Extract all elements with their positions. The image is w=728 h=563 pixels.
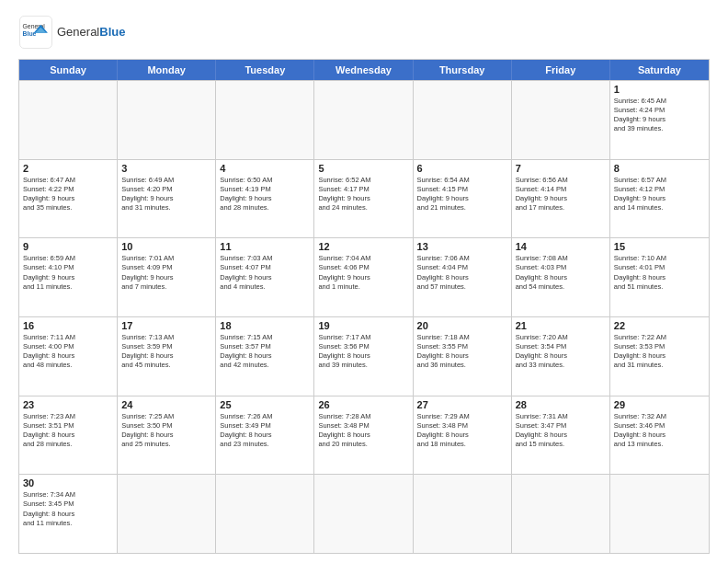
calendar-cell: 30Sunrise: 7:34 AM Sunset: 3:45 PM Dayli… xyxy=(19,475,118,553)
day-number: 2 xyxy=(23,163,113,174)
calendar-cell xyxy=(118,475,216,553)
calendar-cell: 21Sunrise: 7:20 AM Sunset: 3:54 PM Dayli… xyxy=(512,317,610,396)
day-info: Sunrise: 7:26 AM Sunset: 3:49 PM Dayligh… xyxy=(220,412,310,450)
calendar-cell: 28Sunrise: 7:31 AM Sunset: 3:47 PM Dayli… xyxy=(512,396,610,475)
calendar-row-1: 2Sunrise: 6:47 AM Sunset: 4:22 PM Daylig… xyxy=(19,159,709,238)
day-number: 17 xyxy=(121,320,211,331)
calendar-cell xyxy=(610,475,709,553)
day-info: Sunrise: 7:15 AM Sunset: 3:57 PM Dayligh… xyxy=(220,333,310,371)
day-info: Sunrise: 7:13 AM Sunset: 3:59 PM Dayligh… xyxy=(121,333,211,371)
day-info: Sunrise: 6:47 AM Sunset: 4:22 PM Dayligh… xyxy=(23,176,113,213)
day-number: 6 xyxy=(417,163,507,174)
day-number: 26 xyxy=(318,399,408,410)
day-info: Sunrise: 7:04 AM Sunset: 4:06 PM Dayligh… xyxy=(318,254,408,292)
day-number: 25 xyxy=(220,399,310,410)
calendar-cell xyxy=(512,475,610,553)
day-number: 30 xyxy=(23,477,113,488)
logo-blue: Blue xyxy=(99,25,125,39)
calendar-cell: 19Sunrise: 7:17 AM Sunset: 3:56 PM Dayli… xyxy=(314,317,413,396)
weekday-header-thursday: Thursday xyxy=(414,60,512,80)
day-number: 28 xyxy=(516,399,606,410)
weekday-header-wednesday: Wednesday xyxy=(314,60,413,80)
calendar-cell: 3Sunrise: 6:49 AM Sunset: 4:20 PM Daylig… xyxy=(118,160,216,238)
day-info: Sunrise: 7:25 AM Sunset: 3:50 PM Dayligh… xyxy=(121,412,211,450)
calendar-cell: 1Sunrise: 6:45 AM Sunset: 4:24 PM Daylig… xyxy=(610,81,709,159)
day-number: 15 xyxy=(614,241,705,252)
day-info: Sunrise: 7:23 AM Sunset: 3:51 PM Dayligh… xyxy=(23,412,113,450)
calendar-cell: 24Sunrise: 7:25 AM Sunset: 3:50 PM Dayli… xyxy=(118,396,216,475)
day-info: Sunrise: 7:18 AM Sunset: 3:55 PM Dayligh… xyxy=(417,333,507,371)
calendar-cell: 7Sunrise: 6:56 AM Sunset: 4:14 PM Daylig… xyxy=(512,160,610,238)
day-number: 14 xyxy=(516,241,606,252)
calendar-cell: 11Sunrise: 7:03 AM Sunset: 4:07 PM Dayli… xyxy=(216,238,314,316)
weekday-header-monday: Monday xyxy=(118,60,216,80)
calendar-header: SundayMondayTuesdayWednesdayThursdayFrid… xyxy=(19,60,709,80)
calendar-cell: 20Sunrise: 7:18 AM Sunset: 3:55 PM Dayli… xyxy=(414,317,512,396)
calendar-cell: 4Sunrise: 6:50 AM Sunset: 4:19 PM Daylig… xyxy=(216,160,314,238)
day-info: Sunrise: 6:49 AM Sunset: 4:20 PM Dayligh… xyxy=(121,176,211,213)
day-number: 27 xyxy=(417,399,507,410)
calendar-cell: 17Sunrise: 7:13 AM Sunset: 3:59 PM Dayli… xyxy=(118,317,216,396)
day-info: Sunrise: 7:03 AM Sunset: 4:07 PM Dayligh… xyxy=(220,254,310,292)
calendar-cell: 15Sunrise: 7:10 AM Sunset: 4:01 PM Dayli… xyxy=(610,238,709,316)
calendar-cell: 26Sunrise: 7:28 AM Sunset: 3:48 PM Dayli… xyxy=(314,396,413,475)
calendar-cell xyxy=(216,475,314,553)
calendar-cell: 12Sunrise: 7:04 AM Sunset: 4:06 PM Dayli… xyxy=(314,238,413,316)
day-info: Sunrise: 7:31 AM Sunset: 3:47 PM Dayligh… xyxy=(516,412,606,450)
calendar-cell xyxy=(118,81,216,159)
calendar-cell: 16Sunrise: 7:11 AM Sunset: 4:00 PM Dayli… xyxy=(19,317,118,396)
calendar-body: 1Sunrise: 6:45 AM Sunset: 4:24 PM Daylig… xyxy=(19,80,709,553)
calendar-cell: 8Sunrise: 6:57 AM Sunset: 4:12 PM Daylig… xyxy=(610,160,709,238)
day-info: Sunrise: 6:59 AM Sunset: 4:10 PM Dayligh… xyxy=(23,254,113,292)
calendar-cell: 6Sunrise: 6:54 AM Sunset: 4:15 PM Daylig… xyxy=(414,160,512,238)
day-number: 1 xyxy=(614,84,705,95)
generalblue-logo-icon: General Blue xyxy=(18,15,53,50)
weekday-header-sunday: Sunday xyxy=(19,60,118,80)
day-info: Sunrise: 6:54 AM Sunset: 4:15 PM Dayligh… xyxy=(417,176,507,213)
day-info: Sunrise: 7:22 AM Sunset: 3:53 PM Dayligh… xyxy=(614,333,705,371)
calendar-cell: 22Sunrise: 7:22 AM Sunset: 3:53 PM Dayli… xyxy=(610,317,709,396)
day-number: 22 xyxy=(614,320,705,331)
calendar-cell xyxy=(314,475,413,553)
calendar-cell: 18Sunrise: 7:15 AM Sunset: 3:57 PM Dayli… xyxy=(216,317,314,396)
day-info: Sunrise: 7:17 AM Sunset: 3:56 PM Dayligh… xyxy=(318,333,408,371)
day-info: Sunrise: 7:28 AM Sunset: 3:48 PM Dayligh… xyxy=(318,412,408,450)
day-info: Sunrise: 6:45 AM Sunset: 4:24 PM Dayligh… xyxy=(614,97,705,134)
day-number: 8 xyxy=(614,163,705,174)
calendar-cell: 14Sunrise: 7:08 AM Sunset: 4:03 PM Dayli… xyxy=(512,238,610,316)
day-number: 9 xyxy=(23,241,113,252)
day-number: 11 xyxy=(220,241,310,252)
day-number: 5 xyxy=(318,163,408,174)
weekday-header-tuesday: Tuesday xyxy=(216,60,314,80)
calendar-cell: 10Sunrise: 7:01 AM Sunset: 4:09 PM Dayli… xyxy=(118,238,216,316)
day-info: Sunrise: 7:08 AM Sunset: 4:03 PM Dayligh… xyxy=(516,254,606,292)
day-number: 7 xyxy=(516,163,606,174)
day-number: 13 xyxy=(417,241,507,252)
calendar-row-3: 16Sunrise: 7:11 AM Sunset: 4:00 PM Dayli… xyxy=(19,316,709,396)
calendar-cell xyxy=(19,81,118,159)
calendar-cell: 29Sunrise: 7:32 AM Sunset: 3:46 PM Dayli… xyxy=(610,396,709,475)
day-info: Sunrise: 7:20 AM Sunset: 3:54 PM Dayligh… xyxy=(516,333,606,371)
day-info: Sunrise: 7:29 AM Sunset: 3:48 PM Dayligh… xyxy=(417,412,507,450)
day-number: 29 xyxy=(614,399,705,410)
logo-general: General xyxy=(57,25,99,39)
weekday-header-saturday: Saturday xyxy=(610,60,709,80)
calendar-cell: 25Sunrise: 7:26 AM Sunset: 3:49 PM Dayli… xyxy=(216,396,314,475)
calendar-row-5: 30Sunrise: 7:34 AM Sunset: 3:45 PM Dayli… xyxy=(19,474,709,553)
calendar-cell xyxy=(414,475,512,553)
calendar-page: General Blue GeneralBlue SundayMondayTue… xyxy=(0,0,728,563)
calendar-cell xyxy=(512,81,610,159)
day-number: 21 xyxy=(516,320,606,331)
day-info: Sunrise: 7:01 AM Sunset: 4:09 PM Dayligh… xyxy=(121,254,211,292)
day-number: 4 xyxy=(220,163,310,174)
calendar-row-0: 1Sunrise: 6:45 AM Sunset: 4:24 PM Daylig… xyxy=(19,80,709,159)
day-number: 23 xyxy=(23,399,113,410)
day-info: Sunrise: 7:06 AM Sunset: 4:04 PM Dayligh… xyxy=(417,254,507,292)
weekday-header-friday: Friday xyxy=(512,60,610,80)
calendar-cell xyxy=(314,81,413,159)
day-number: 19 xyxy=(318,320,408,331)
day-info: Sunrise: 6:56 AM Sunset: 4:14 PM Dayligh… xyxy=(516,176,606,213)
calendar-cell: 27Sunrise: 7:29 AM Sunset: 3:48 PM Dayli… xyxy=(414,396,512,475)
calendar-cell: 2Sunrise: 6:47 AM Sunset: 4:22 PM Daylig… xyxy=(19,160,118,238)
calendar: SundayMondayTuesdayWednesdayThursdayFrid… xyxy=(18,59,710,554)
